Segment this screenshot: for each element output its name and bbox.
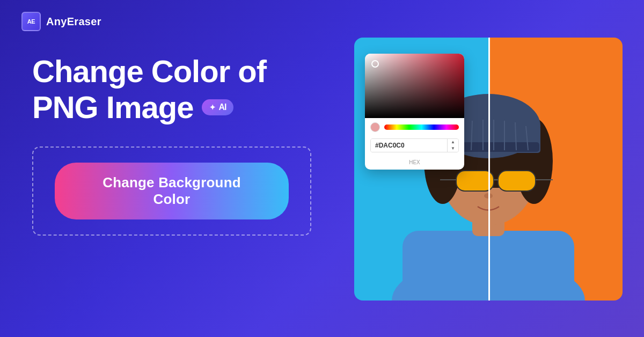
- hex-label: HEX: [409, 159, 420, 165]
- hex-arrows: ▲ ▼: [447, 139, 458, 152]
- hue-row: [365, 118, 464, 136]
- title-line1: Change Color of: [32, 54, 333, 90]
- divider-line: [488, 38, 490, 301]
- svg-rect-20: [498, 171, 536, 191]
- hex-up-arrow[interactable]: ▲: [448, 139, 458, 145]
- right-panel: #DAC0C0 ▲ ▼ HEX: [354, 38, 623, 301]
- brand-name: AnyEraser: [46, 16, 101, 28]
- hex-down-arrow[interactable]: ▼: [448, 145, 458, 152]
- hue-slider[interactable]: [384, 124, 459, 130]
- color-handle[interactable]: [371, 60, 379, 68]
- color-picker: #DAC0C0 ▲ ▼ HEX: [365, 54, 464, 170]
- change-background-color-button[interactable]: Change Background Color: [55, 163, 289, 219]
- sparkle-icon: ✦: [209, 103, 215, 112]
- ai-badge: ✦ AI: [202, 99, 233, 115]
- logo-initials: AE: [27, 18, 35, 25]
- title-line2: PNG Image: [32, 90, 193, 126]
- left-content: Change Color of PNG Image ✦ AI Change Ba…: [32, 54, 333, 236]
- hue-preview-swatch: [370, 122, 380, 132]
- title-row: PNG Image ✦ AI: [32, 90, 333, 126]
- main-title: Change Color of PNG Image ✦ AI: [32, 54, 333, 125]
- header: AE AnyEraser: [21, 12, 101, 31]
- hex-value[interactable]: #DAC0C0: [371, 139, 447, 152]
- ai-badge-label: AI: [218, 102, 226, 112]
- logo-badge: AE: [21, 12, 41, 31]
- button-container: Change Background Color: [32, 146, 311, 236]
- hex-input-wrap: #DAC0C0 ▲ ▼: [370, 138, 459, 152]
- color-gradient-canvas[interactable]: [365, 54, 464, 118]
- hex-row: #DAC0C0 ▲ ▼: [365, 136, 464, 156]
- hex-label-row: HEX: [365, 156, 464, 170]
